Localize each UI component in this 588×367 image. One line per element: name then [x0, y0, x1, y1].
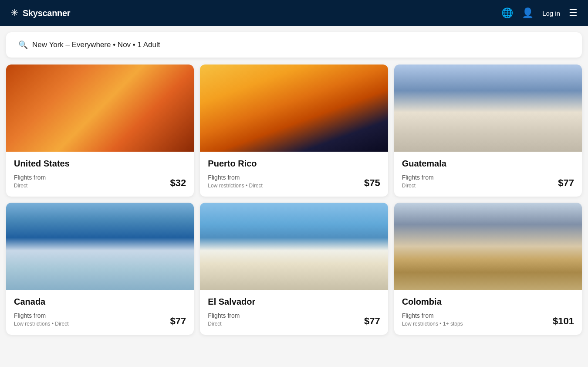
card-flights-info-colombia: Flights from Low restrictions • 1+ stops: [402, 312, 463, 327]
card-price-row-united-states: Flights from Direct $32: [14, 174, 186, 189]
card-flights-from-canada: Flights from: [14, 312, 69, 319]
card-price-guatemala: $77: [558, 177, 574, 189]
card-flights-from-puerto-rico: Flights from: [208, 174, 263, 181]
card-price-puerto-rico: $75: [364, 177, 380, 189]
card-flights-info-puerto-rico: Flights from Low restrictions • Direct: [208, 174, 263, 189]
card-flights-info-united-states: Flights from Direct: [14, 174, 46, 189]
card-price-canada: $77: [170, 316, 186, 327]
card-canada[interactable]: Canada Flights from Low restrictions • D…: [6, 203, 194, 335]
card-body-guatemala: Guatemala Flights from Direct $77: [394, 152, 582, 197]
card-flights-from-colombia: Flights from: [402, 312, 463, 319]
card-flights-from-el-salvador: Flights from: [208, 312, 240, 319]
card-body-united-states: United States Flights from Direct $32: [6, 152, 194, 197]
card-puerto-rico[interactable]: Puerto Rico Flights from Low restriction…: [200, 65, 388, 197]
card-restrictions-puerto-rico: Low restrictions • Direct: [208, 183, 263, 189]
card-flights-info-canada: Flights from Low restrictions • Direct: [14, 312, 69, 327]
card-image-puerto-rico: [200, 65, 388, 152]
card-price-colombia: $101: [553, 316, 574, 327]
card-colombia[interactable]: Colombia Flights from Low restrictions •…: [394, 203, 582, 335]
card-image-colombia: [394, 203, 582, 290]
account-icon[interactable]: 👤: [522, 7, 534, 19]
card-restrictions-canada: Low restrictions • Direct: [14, 321, 69, 327]
card-price-row-el-salvador: Flights from Direct $77: [208, 312, 380, 327]
login-button[interactable]: Log in: [542, 10, 560, 17]
card-flights-from-guatemala: Flights from: [402, 174, 434, 181]
card-flights-info-guatemala: Flights from Direct: [402, 174, 434, 189]
card-restrictions-united-states: Direct: [14, 183, 46, 189]
card-title-united-states: United States: [14, 159, 186, 169]
card-el-salvador[interactable]: El Salvador Flights from Direct $77: [200, 203, 388, 335]
card-image-united-states: [6, 65, 194, 152]
card-title-canada: Canada: [14, 297, 186, 307]
card-body-el-salvador: El Salvador Flights from Direct $77: [200, 290, 388, 335]
card-guatemala[interactable]: Guatemala Flights from Direct $77: [394, 65, 582, 197]
card-image-el-salvador: [200, 203, 388, 290]
logo-area: ✳ Skyscanner: [10, 7, 70, 19]
card-price-united-states: $32: [170, 177, 186, 189]
cards-grid: United States Flights from Direct $32 Pu…: [0, 65, 588, 341]
card-restrictions-el-salvador: Direct: [208, 321, 240, 327]
card-restrictions-colombia: Low restrictions • 1+ stops: [402, 321, 463, 327]
card-price-row-canada: Flights from Low restrictions • Direct $…: [14, 312, 186, 327]
card-body-canada: Canada Flights from Low restrictions • D…: [6, 290, 194, 335]
card-price-row-guatemala: Flights from Direct $77: [402, 174, 574, 189]
card-image-canada: [6, 203, 194, 290]
card-body-puerto-rico: Puerto Rico Flights from Low restriction…: [200, 152, 388, 197]
card-price-el-salvador: $77: [364, 316, 380, 327]
logo-text: Skyscanner: [23, 8, 70, 18]
card-title-el-salvador: El Salvador: [208, 297, 380, 307]
header: ✳ Skyscanner 🌐 👤 Log in ☰: [0, 0, 588, 26]
card-price-row-puerto-rico: Flights from Low restrictions • Direct $…: [208, 174, 380, 189]
search-text: New York – Everywhere • Nov • 1 Adult: [32, 41, 160, 49]
card-title-guatemala: Guatemala: [402, 159, 574, 169]
card-body-colombia: Colombia Flights from Low restrictions •…: [394, 290, 582, 335]
card-restrictions-guatemala: Direct: [402, 183, 434, 189]
search-icon: 🔍: [18, 40, 28, 50]
card-title-colombia: Colombia: [402, 297, 574, 307]
header-right: 🌐 👤 Log in ☰: [501, 7, 578, 19]
skyscanner-logo-icon: ✳: [10, 7, 18, 19]
card-united-states[interactable]: United States Flights from Direct $32: [6, 65, 194, 197]
card-price-row-colombia: Flights from Low restrictions • 1+ stops…: [402, 312, 574, 327]
menu-icon[interactable]: ☰: [569, 7, 578, 19]
card-flights-from-united-states: Flights from: [14, 174, 46, 181]
card-image-guatemala: [394, 65, 582, 152]
card-flights-info-el-salvador: Flights from Direct: [208, 312, 240, 327]
search-bar[interactable]: 🔍 New York – Everywhere • Nov • 1 Adult: [6, 32, 582, 58]
globe-icon[interactable]: 🌐: [501, 7, 513, 19]
card-title-puerto-rico: Puerto Rico: [208, 159, 380, 169]
